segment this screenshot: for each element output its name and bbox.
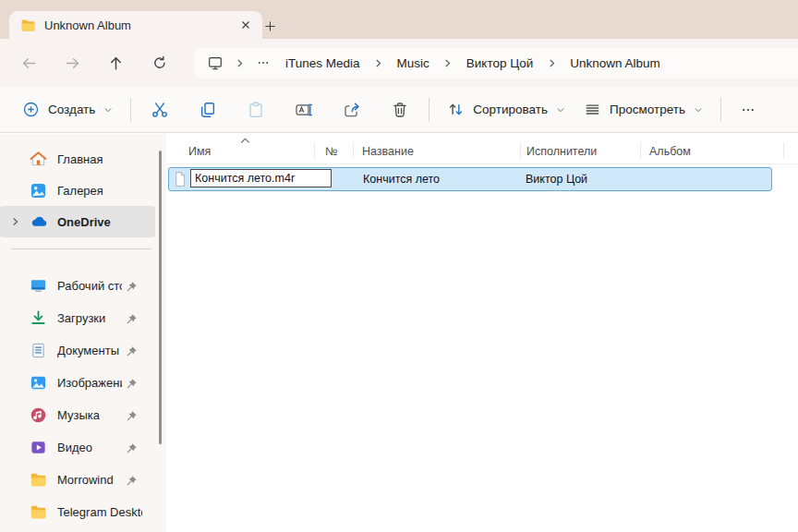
sidebar-item-label: Рабочий стол: [57, 279, 122, 293]
column-divider[interactable]: [520, 142, 521, 159]
refresh-icon[interactable]: [145, 49, 174, 78]
desktop-icon: [30, 277, 47, 295]
toolbar-divider: [429, 98, 429, 122]
chevron-right-icon[interactable]: [10, 217, 20, 227]
column-header-artists[interactable]: Исполнители: [526, 145, 597, 158]
pin-icon: [127, 281, 138, 292]
sidebar-item-documents[interactable]: Документы: [0, 334, 166, 367]
downloads-icon: [30, 309, 47, 327]
column-header-number[interactable]: №: [325, 145, 337, 158]
cut-icon[interactable]: [139, 93, 180, 127]
folder-icon: [30, 471, 47, 489]
column-divider[interactable]: [353, 142, 354, 159]
file-icon: [174, 171, 187, 187]
tab-title: Unknown Album: [44, 18, 226, 32]
create-button[interactable]: Создать: [13, 93, 122, 127]
plus-circle-icon: [22, 101, 40, 118]
column-header-name[interactable]: Имя: [188, 145, 211, 158]
home-icon: [30, 151, 47, 168]
address-bar[interactable]: iTunes Media Music Виктор Цой Unknown Al…: [194, 48, 798, 79]
toolbar-divider: [130, 98, 131, 122]
navigation-pane: Главная Галерея OneDrive: [0, 134, 166, 532]
sidebar-item-home[interactable]: Главная: [0, 143, 166, 175]
folder-icon: [20, 18, 36, 33]
pin-icon: [127, 475, 138, 486]
column-divider[interactable]: [314, 142, 315, 159]
breadcrumb-item[interactable]: Виктор Цой: [458, 53, 541, 74]
music-icon: [30, 406, 47, 424]
breadcrumb-item-current[interactable]: Unknown Album: [562, 53, 669, 74]
back-icon[interactable]: [15, 49, 43, 78]
toolbar-divider: [720, 98, 721, 122]
sidebar-item-desktop[interactable]: Рабочий стол: [0, 270, 166, 302]
sidebar-item-label: Документы: [57, 344, 119, 357]
gallery-icon: [30, 182, 47, 200]
pin-icon: [127, 410, 138, 421]
sidebar-item-label: Morrowind: [57, 473, 114, 487]
breadcrumb-item[interactable]: iTunes Media: [277, 53, 369, 74]
sidebar-item-videos[interactable]: Видео: [0, 431, 166, 464]
sidebar-item-downloads[interactable]: Загрузки: [0, 302, 166, 334]
file-list-pane: Имя № Название Исполнители Альбом Кончит…: [166, 134, 798, 532]
this-pc-icon[interactable]: [201, 51, 229, 75]
chevron-right-icon[interactable]: [541, 51, 562, 75]
pictures-icon: [30, 374, 47, 392]
video-icon: [30, 439, 47, 456]
sidebar-item-onedrive[interactable]: OneDrive: [0, 206, 155, 237]
forward-icon[interactable]: [58, 49, 87, 78]
sidebar-item-telegram-desktop[interactable]: Telegram Desktop: [0, 496, 166, 528]
copy-icon[interactable]: [187, 93, 228, 127]
chevron-right-icon[interactable]: [229, 51, 249, 75]
sort-ascending-icon: [240, 137, 250, 144]
sidebar-item-gallery[interactable]: Галерея: [0, 175, 166, 206]
sidebar-item-label: Главная: [57, 152, 103, 166]
see-more-icon[interactable]: [730, 93, 767, 127]
onedrive-icon: [30, 213, 47, 231]
sidebar-item-label: Загрузки: [57, 311, 105, 325]
breadcrumb-item[interactable]: Music: [389, 53, 438, 74]
chevron-right-icon[interactable]: [369, 51, 389, 75]
breadcrumb-overflow-icon[interactable]: [249, 51, 277, 75]
share-icon[interactable]: [332, 93, 372, 127]
pin-icon: [127, 345, 138, 357]
close-tab-icon[interactable]: [235, 15, 257, 35]
chevron-down-icon: [103, 105, 113, 115]
view-lines-icon: [584, 101, 601, 118]
sort-label: Сортировать: [473, 103, 548, 116]
documents-icon: [30, 342, 47, 359]
column-header-album[interactable]: Альбом: [649, 145, 691, 158]
pin-icon: [127, 313, 138, 324]
sort-button[interactable]: Сортировать: [438, 93, 574, 127]
up-icon[interactable]: [102, 49, 130, 78]
navigation-bar: iTunes Media Music Виктор Цой Unknown Al…: [0, 39, 798, 87]
column-divider[interactable]: [783, 142, 784, 159]
new-tab-icon[interactable]: [257, 15, 283, 37]
column-header-title[interactable]: Название: [362, 145, 414, 158]
chevron-right-icon[interactable]: [438, 51, 458, 75]
sidebar-item-label: Галерея: [57, 184, 103, 198]
sidebar-item-label: Видео: [57, 441, 92, 454]
sidebar-item-music[interactable]: Музыка: [0, 399, 166, 431]
file-row-selected[interactable]: Кончится лето Виктор Цой: [168, 167, 772, 191]
chevron-down-icon: [556, 105, 565, 115]
rename-input[interactable]: [190, 169, 332, 187]
sidebar-item-morrowind[interactable]: Morrowind: [0, 464, 166, 496]
sidebar-item-label: Telegram Desktop: [57, 505, 142, 519]
window-content: Главная Галерея OneDrive: [0, 134, 798, 532]
sidebar-scrollbar[interactable]: [159, 151, 163, 444]
column-header-row: Имя № Название Исполнители Альбом: [166, 137, 798, 164]
column-divider[interactable]: [640, 142, 641, 159]
sidebar-separator: [11, 248, 151, 249]
explorer-tab[interactable]: Unknown Album: [9, 11, 262, 39]
view-label: Просмотреть: [610, 103, 685, 116]
paste-icon[interactable]: [236, 93, 276, 127]
create-label: Создать: [48, 103, 95, 116]
cell-title: Кончится лето: [363, 173, 440, 186]
delete-icon[interactable]: [380, 93, 420, 127]
cell-artists: Виктор Цой: [526, 173, 587, 186]
rename-icon[interactable]: [284, 93, 324, 127]
view-button[interactable]: Просмотреть: [574, 93, 712, 127]
pin-icon: [127, 442, 138, 453]
sidebar-item-pictures[interactable]: Изображения: [0, 367, 166, 399]
tab-bar: Unknown Album: [0, 0, 798, 39]
